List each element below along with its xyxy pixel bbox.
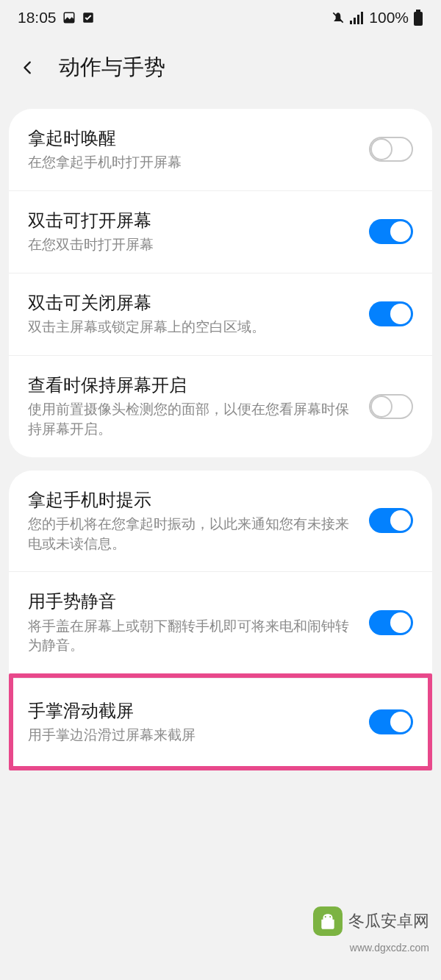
setting-title: 双击可关闭屏幕 xyxy=(28,291,354,315)
battery-icon xyxy=(413,10,423,26)
status-bar: 18:05 100% xyxy=(0,0,441,35)
status-time: 18:05 xyxy=(18,9,57,26)
setting-text: 拿起时唤醒 在您拿起手机时打开屏幕 xyxy=(28,126,369,173)
setting-title: 用手势静音 xyxy=(28,590,354,613)
signal-icon xyxy=(350,11,365,24)
watermark-url: www.dgxcdz.com xyxy=(350,942,429,954)
svg-rect-5 xyxy=(357,15,359,24)
setting-keep-screen-on[interactable]: 查看时保持屏幕开启 使用前置摄像头检测您的面部，以便在您看屏幕时保持屏幕开启。 xyxy=(9,356,432,457)
mute-icon xyxy=(331,10,345,25)
image-icon xyxy=(62,11,76,24)
setting-text: 拿起手机时提示 您的手机将在您拿起时振动，以此来通知您有未接来电或未读信息。 xyxy=(28,488,369,554)
setting-desc: 在您拿起手机时打开屏幕 xyxy=(28,153,354,173)
toggle-pickup-alert[interactable] xyxy=(369,508,413,533)
setting-text: 双击可关闭屏幕 双击主屏幕或锁定屏幕上的空白区域。 xyxy=(28,291,369,337)
setting-pickup-alert[interactable]: 拿起手机时提示 您的手机将在您拿起时振动，以此来通知您有未接来电或未读信息。 xyxy=(9,471,432,573)
check-icon xyxy=(82,11,95,24)
setting-text: 手掌滑动截屏 用手掌边沿滑过屏幕来截屏 xyxy=(28,699,369,745)
setting-gesture-mute[interactable]: 用手势静音 将手盖在屏幕上或朝下翻转手机即可将来电和闹钟转为静音。 xyxy=(9,572,432,673)
settings-group-1: 拿起时唤醒 在您拿起手机时打开屏幕 双击可打开屏幕 在您双击时打开屏幕 双击可关… xyxy=(9,109,432,457)
setting-double-tap-on[interactable]: 双击可打开屏幕 在您双击时打开屏幕 xyxy=(9,191,432,273)
toggle-double-tap-on[interactable] xyxy=(369,219,413,244)
setting-text: 用手势静音 将手盖在屏幕上或朝下翻转手机即可将来电和闹钟转为静音。 xyxy=(28,590,369,656)
setting-desc: 用手掌边沿滑过屏幕来截屏 xyxy=(28,726,354,745)
setting-title: 查看时保持屏幕开启 xyxy=(28,373,354,397)
setting-desc: 您的手机将在您拿起时振动，以此来通知您有未接来电或未读信息。 xyxy=(28,515,354,554)
svg-rect-7 xyxy=(416,10,420,12)
setting-title: 拿起时唤醒 xyxy=(28,126,354,150)
setting-text: 双击可打开屏幕 在您双击时打开屏幕 xyxy=(28,209,369,255)
watermark: 冬瓜安卓网 xyxy=(313,906,429,936)
status-right: 100% xyxy=(331,9,423,26)
setting-text: 查看时保持屏幕开启 使用前置摄像头检测您的面部，以便在您看屏幕时保持屏幕开启。 xyxy=(28,373,369,440)
svg-rect-8 xyxy=(414,12,423,26)
setting-double-tap-off[interactable]: 双击可关闭屏幕 双击主屏幕或锁定屏幕上的空白区域。 xyxy=(9,273,432,356)
toggle-palm-swipe-capture[interactable] xyxy=(369,709,413,734)
toggle-keep-screen-on[interactable] xyxy=(369,394,413,419)
setting-desc: 在您双击时打开屏幕 xyxy=(28,235,354,255)
setting-desc: 双击主屏幕或锁定屏幕上的空白区域。 xyxy=(28,318,354,337)
svg-point-9 xyxy=(325,916,326,918)
setting-desc: 将手盖在屏幕上或朝下翻转手机即可将来电和闹钟转为静音。 xyxy=(28,617,354,656)
toggle-lift-to-wake[interactable] xyxy=(369,137,413,162)
watermark-badge-icon xyxy=(313,906,343,936)
svg-rect-4 xyxy=(354,18,356,24)
page-title: 动作与手势 xyxy=(59,53,165,82)
setting-desc: 使用前置摄像头检测您的面部，以便在您看屏幕时保持屏幕开启。 xyxy=(28,400,354,439)
back-button[interactable] xyxy=(18,57,38,78)
battery-pct: 100% xyxy=(369,9,409,26)
toggle-gesture-mute[interactable] xyxy=(369,610,413,635)
setting-lift-to-wake[interactable]: 拿起时唤醒 在您拿起手机时打开屏幕 xyxy=(9,109,432,191)
setting-title: 手掌滑动截屏 xyxy=(28,699,354,723)
status-left: 18:05 xyxy=(18,9,95,26)
settings-group-2: 拿起手机时提示 您的手机将在您拿起时振动，以此来通知您有未接来电或未读信息。 用… xyxy=(9,471,432,673)
setting-title: 双击可打开屏幕 xyxy=(28,209,354,232)
svg-point-10 xyxy=(329,916,331,918)
svg-rect-3 xyxy=(350,21,352,24)
highlight-box: 手掌滑动截屏 用手掌边沿滑过屏幕来截屏 xyxy=(9,673,432,770)
svg-rect-6 xyxy=(361,12,363,24)
setting-title: 拿起手机时提示 xyxy=(28,488,354,512)
page-header: 动作与手势 xyxy=(0,35,441,109)
watermark-brand: 冬瓜安卓网 xyxy=(348,910,429,932)
setting-palm-swipe-capture[interactable]: 手掌滑动截屏 用手掌边沿滑过屏幕来截屏 xyxy=(13,678,428,766)
toggle-double-tap-off[interactable] xyxy=(369,301,413,326)
